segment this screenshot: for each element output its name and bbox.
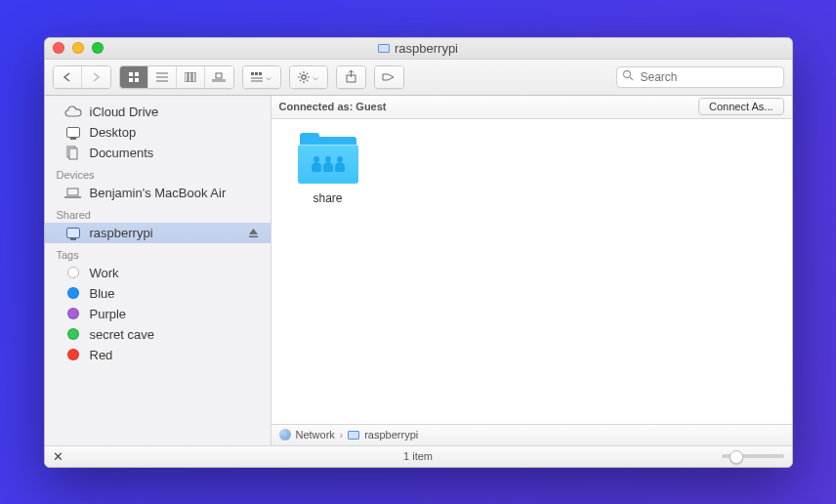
server-icon <box>348 431 359 440</box>
arrange-icon <box>251 72 263 82</box>
minimize-button[interactable] <box>72 42 84 54</box>
svg-point-29 <box>623 70 630 77</box>
finder-window: raspberrypi <box>44 37 793 468</box>
svg-rect-35 <box>249 235 258 237</box>
gear-icon <box>298 71 310 83</box>
back-button[interactable] <box>54 66 82 88</box>
chevron-left-icon <box>63 72 71 82</box>
path-segment-network[interactable]: Network <box>296 429 335 441</box>
chevron-right-icon <box>92 72 101 82</box>
sidebar-tag-purple[interactable]: Purple <box>45 304 271 324</box>
sidebar-item-desktop[interactable]: Desktop <box>45 122 271 143</box>
sidebar-section-tags: Tags <box>45 243 271 263</box>
tag-icon <box>382 71 396 82</box>
sidebar-tag-blue[interactable]: Blue <box>45 283 271 304</box>
connect-as-button[interactable]: Connect As... <box>698 98 783 115</box>
search-wrap <box>616 66 784 88</box>
tag-dot-icon <box>67 287 79 299</box>
toolbar: ⌵ ⌵ <box>45 60 792 96</box>
svg-rect-32 <box>69 148 77 159</box>
column-view-button[interactable] <box>177 66 205 88</box>
sidebar-item-label: Purple <box>90 307 127 321</box>
sidebar-tag-red[interactable]: Red <box>45 345 271 365</box>
svg-line-25 <box>300 79 301 80</box>
main-pane: Connected as: Guest Connect As... share <box>272 96 792 445</box>
sidebar-item-label: raspberrypi <box>90 226 153 240</box>
chevron-down-icon: ⌵ <box>266 71 272 82</box>
chevron-down-icon: ⌵ <box>313 71 318 82</box>
connected-as-label: Connected as: Guest <box>279 101 387 112</box>
sidebar-item-documents[interactable]: Documents <box>45 143 271 163</box>
columns-icon <box>185 72 196 82</box>
tag-dot-icon <box>67 349 79 360</box>
svg-rect-33 <box>67 189 78 195</box>
window-title: raspberrypi <box>45 41 792 56</box>
svg-rect-10 <box>216 73 222 78</box>
status-bar: ✕ 1 item <box>45 445 792 467</box>
svg-rect-14 <box>255 72 258 75</box>
forward-button[interactable] <box>82 66 110 88</box>
list-icon <box>156 72 168 82</box>
sidebar-item-label: Desktop <box>90 125 137 140</box>
nav-buttons <box>53 65 111 89</box>
svg-rect-8 <box>188 72 191 82</box>
sidebar-tag-secret-cave[interactable]: secret cave <box>45 324 271 345</box>
share-icon <box>346 70 356 83</box>
icon-size-slider[interactable] <box>722 454 784 458</box>
folder-label: share <box>289 191 367 205</box>
tag-dot-icon <box>67 308 79 319</box>
svg-rect-13 <box>251 72 254 75</box>
folder-item-share[interactable]: share <box>289 137 367 205</box>
svg-rect-9 <box>192 72 195 82</box>
list-view-button[interactable] <box>148 66 177 88</box>
connection-infobar: Connected as: Guest Connect As... <box>272 96 792 119</box>
svg-rect-3 <box>135 78 139 82</box>
icon-view-button[interactable] <box>120 66 148 88</box>
laptop-icon <box>64 188 82 198</box>
sidebar-item-icloud[interactable]: iCloud Drive <box>45 102 271 122</box>
svg-rect-1 <box>135 72 139 76</box>
svg-rect-0 <box>129 72 133 76</box>
path-segment-raspberrypi[interactable]: raspberrypi <box>364 429 418 441</box>
svg-line-23 <box>300 72 301 73</box>
sidebar-section-shared: Shared <box>45 203 271 223</box>
path-bar: Network › raspberrypi <box>272 424 792 445</box>
cloud-icon <box>64 105 82 117</box>
arrange-button[interactable]: ⌵ <box>243 66 280 88</box>
svg-rect-2 <box>129 78 133 82</box>
sidebar: iCloud Drive Desktop Documents Devices B… <box>45 96 272 445</box>
sidebar-section-devices: Devices <box>45 163 271 183</box>
zoom-button[interactable] <box>92 42 104 54</box>
sidebar-item-label: Documents <box>90 146 154 160</box>
svg-rect-15 <box>259 72 262 75</box>
svg-line-24 <box>307 79 308 80</box>
server-icon <box>378 44 390 53</box>
share-button-group <box>336 65 366 89</box>
file-content-area[interactable]: share <box>272 119 792 424</box>
sidebar-item-raspberrypi[interactable]: raspberrypi <box>45 223 271 243</box>
coverflow-icon <box>212 72 226 82</box>
search-input[interactable] <box>616 66 784 88</box>
share-button[interactable] <box>337 66 365 88</box>
shared-folder-icon <box>298 137 358 184</box>
action-button-group: ⌵ <box>289 65 328 89</box>
action-button[interactable]: ⌵ <box>290 66 327 88</box>
documents-icon <box>64 146 82 160</box>
titlebar: raspberrypi <box>45 38 792 60</box>
eject-icon[interactable] <box>248 228 259 238</box>
svg-point-18 <box>302 74 306 78</box>
sidebar-item-label: secret cave <box>90 327 154 342</box>
grid-icon <box>128 71 140 83</box>
window-title-text: raspberrypi <box>395 41 458 56</box>
search-icon <box>622 69 634 81</box>
sidebar-item-device[interactable]: Benjamin's MacBook Air <box>45 183 271 203</box>
status-text: 1 item <box>45 450 792 462</box>
tag-dot-icon <box>67 267 79 278</box>
sidebar-tag-work[interactable]: Work <box>45 263 271 283</box>
coverflow-view-button[interactable] <box>205 66 233 88</box>
sidebar-item-label: Benjamin's MacBook Air <box>90 186 227 200</box>
edit-tags-button[interactable] <box>375 66 403 88</box>
arrange-button-group: ⌵ <box>242 65 281 89</box>
close-button[interactable] <box>53 42 64 54</box>
customize-button[interactable]: ✕ <box>53 449 63 464</box>
